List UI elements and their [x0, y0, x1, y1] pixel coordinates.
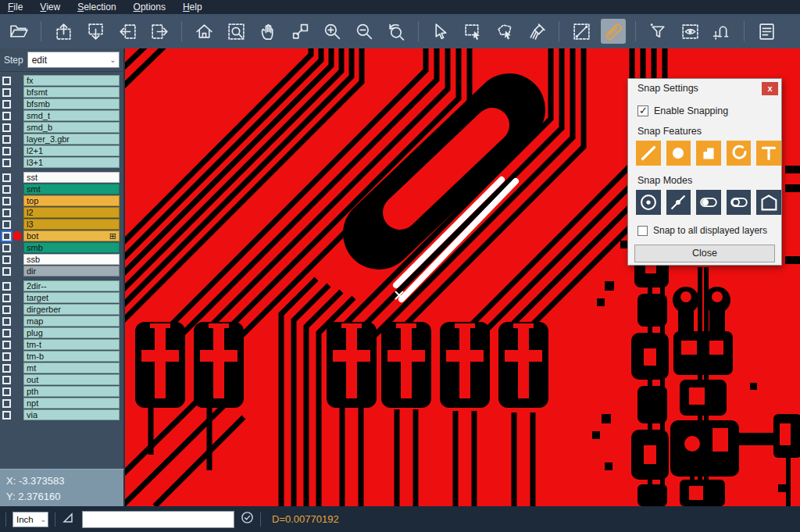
layer-row[interactable]: map — [0, 316, 123, 327]
confirm-circle-icon[interactable] — [241, 511, 254, 527]
layer-name-bar[interactable]: 2dir-- — [23, 280, 120, 291]
zoom-home-button[interactable] — [191, 19, 216, 44]
layer-name-bar[interactable]: bot⊞ — [23, 230, 120, 241]
layer-row[interactable]: dir — [0, 266, 123, 277]
layer-visibility-checkbox[interactable] — [2, 267, 11, 276]
layer-name-bar[interactable]: dir — [23, 266, 120, 277]
snap-button[interactable] — [709, 19, 734, 44]
layer-name-bar[interactable]: dirgerber — [23, 304, 120, 315]
layer-visibility-checkbox[interactable] — [2, 305, 11, 314]
layer-name-bar[interactable]: l2 — [23, 207, 120, 218]
menu-item-view[interactable]: View — [40, 2, 60, 12]
layer-visibility-checkbox[interactable] — [2, 294, 11, 302]
select-rect-button[interactable] — [460, 19, 485, 44]
layer-name-bar[interactable]: smt — [23, 184, 120, 195]
layer-name-bar[interactable]: mt — [23, 362, 120, 373]
layer-visibility-checkbox[interactable] — [2, 376, 11, 384]
open-file-button[interactable] — [6, 19, 31, 44]
layer-visibility-checkbox[interactable] — [2, 123, 11, 132]
layer-visibility-checkbox[interactable] — [2, 317, 11, 326]
layer-visibility-checkbox[interactable] — [2, 387, 11, 396]
layer-row[interactable]: via — [0, 409, 123, 420]
layer-name-bar[interactable]: tm-t — [23, 339, 120, 350]
layer-visibility-checkbox[interactable] — [2, 399, 11, 408]
layer-row[interactable]: 2dir-- — [0, 280, 123, 291]
layer-name-bar[interactable]: smb — [23, 242, 120, 253]
layer-name-bar[interactable]: l3 — [23, 219, 120, 230]
snap-mode-slot-filled-button[interactable] — [696, 190, 721, 215]
pan-right-button[interactable] — [147, 19, 172, 44]
select-cursor-button[interactable] — [428, 19, 453, 44]
all-layers-checkbox[interactable] — [638, 226, 648, 236]
select-polygon-button[interactable] — [492, 19, 517, 44]
menu-item-selection[interactable]: Selection — [77, 2, 116, 12]
layer-row[interactable]: smd_b — [0, 122, 123, 133]
layer-visibility-checkbox[interactable] — [2, 282, 11, 291]
layer-visibility-checkbox[interactable] — [2, 100, 11, 109]
layer-visibility-checkbox[interactable] — [2, 255, 11, 264]
snap-feature-line-button[interactable] — [636, 141, 661, 166]
layer-name-bar[interactable]: smd_b — [23, 122, 120, 133]
layer-name-bar[interactable]: fx — [23, 75, 120, 86]
view-options-button[interactable] — [677, 19, 702, 44]
layer-visibility-checkbox[interactable] — [2, 220, 11, 229]
layer-visibility-checkbox[interactable] — [2, 77, 11, 85]
menu-item-options[interactable]: Options — [134, 2, 166, 12]
layer-row[interactable]: fx — [0, 75, 123, 86]
layer-visibility-checkbox[interactable] — [2, 112, 11, 120]
layer-name-bar[interactable]: target — [23, 292, 120, 303]
step-select[interactable]: edit ⌄ — [27, 52, 120, 68]
layer-visibility-checkbox[interactable] — [2, 244, 11, 252]
layer-row[interactable]: target — [0, 292, 123, 303]
dialog-close-icon[interactable]: x — [762, 82, 778, 95]
unit-select[interactable]: Inch ⌄ — [12, 512, 48, 527]
layer-row[interactable]: top — [0, 195, 123, 206]
snap-mode-slot-outline-button[interactable] — [727, 190, 752, 215]
snap-mode-contour-button[interactable] — [756, 190, 781, 215]
layer-name-bar[interactable]: plug — [23, 327, 120, 338]
zoom-window-button[interactable] — [223, 19, 248, 44]
layer-visibility-checkbox[interactable] — [2, 173, 11, 182]
close-button[interactable]: Close — [634, 245, 775, 262]
layer-name-bar[interactable]: tm-b — [23, 351, 120, 362]
layer-row[interactable]: smd_t — [0, 110, 123, 121]
layer-name-bar[interactable]: layer_3.gbr — [23, 134, 120, 145]
zoom-in-button[interactable] — [320, 19, 345, 44]
layer-name-bar[interactable]: out — [23, 374, 120, 385]
layer-row[interactable]: out — [0, 374, 123, 385]
layer-name-bar[interactable]: ssb — [23, 254, 120, 265]
brush-button[interactable] — [524, 19, 549, 44]
layer-row[interactable]: bfsmb — [0, 98, 123, 109]
ruler-button[interactable] — [601, 19, 626, 44]
layer-name-bar[interactable]: l3+1 — [23, 157, 120, 168]
layer-row[interactable]: tm-t — [0, 339, 123, 350]
layer-name-bar[interactable]: sst — [23, 172, 120, 183]
layer-name-bar[interactable]: l2+1 — [23, 145, 120, 156]
snap-feature-pad-button[interactable] — [666, 141, 691, 166]
zoom-area-button[interactable] — [288, 19, 312, 44]
layer-visibility-checkbox[interactable] — [2, 341, 11, 349]
layer-name-bar[interactable]: bfsmt — [23, 87, 120, 98]
layer-visibility-checkbox[interactable] — [2, 147, 11, 155]
measure-line-button[interactable] — [569, 19, 594, 44]
enable-snapping-checkbox[interactable] — [638, 105, 648, 116]
layer-row[interactable]: l3 — [0, 219, 123, 230]
pan-up-button[interactable] — [51, 19, 76, 44]
layer-row[interactable]: npt — [0, 398, 123, 409]
layer-row[interactable]: l2 — [0, 207, 123, 218]
layer-visibility-checkbox[interactable] — [2, 159, 11, 167]
layer-visibility-checkbox[interactable] — [2, 232, 11, 241]
layer-visibility-checkbox[interactable] — [2, 411, 11, 420]
menu-item-help[interactable]: Help — [183, 2, 202, 12]
layer-row[interactable]: smb — [0, 242, 123, 253]
layer-visibility-checkbox[interactable] — [2, 88, 11, 97]
layer-visibility-checkbox[interactable] — [2, 135, 11, 144]
menu-item-file[interactable]: File — [8, 2, 23, 12]
layer-row[interactable]: l3+1 — [0, 157, 123, 168]
snap-feature-arc-button[interactable] — [727, 141, 752, 166]
layer-row[interactable]: bfsmt — [0, 87, 123, 98]
layer-visibility-checkbox[interactable] — [2, 197, 11, 205]
command-input[interactable] — [82, 511, 234, 528]
layer-row[interactable]: plug — [0, 327, 123, 338]
layer-name-bar[interactable]: smd_t — [23, 110, 120, 121]
